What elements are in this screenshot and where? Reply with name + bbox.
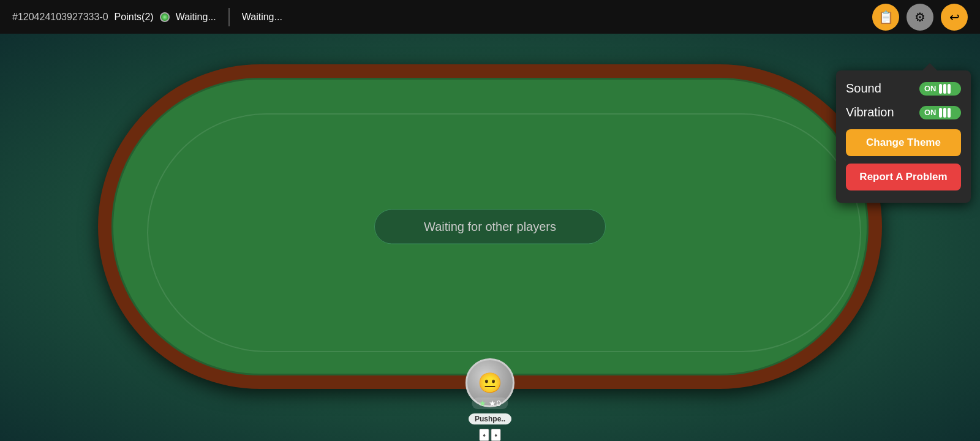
clipboard-button[interactable]: 📋 <box>872 4 899 31</box>
change-theme-button[interactable]: Change Theme <box>846 129 961 156</box>
header: #120424103927333-0 Points(2) Waiting... … <box>0 0 980 34</box>
header-separator <box>228 8 230 26</box>
header-left: #120424103927333-0 Points(2) Waiting... … <box>12 8 282 26</box>
sound-toggle-text: ON <box>924 84 937 93</box>
vibration-label: Vibration <box>846 105 894 119</box>
sound-row: Sound ON <box>846 81 961 96</box>
settings-icon: ⚙ <box>914 10 925 24</box>
chip-icon <box>160 12 170 22</box>
settings-button[interactable]: ⚙ <box>907 4 933 31</box>
toggle-dot-vib-1 <box>939 108 942 118</box>
player-cards: ♠ ♠ <box>480 429 501 441</box>
player-points: ★0 <box>489 399 500 408</box>
toggle-dot-vib-2 <box>943 108 946 118</box>
toggle-dots-sound <box>939 84 951 94</box>
vibration-row: Vibration ON <box>846 105 961 119</box>
player-points-badge: ★ ★0 <box>472 398 508 409</box>
panel-arrow <box>922 63 937 70</box>
table-felt: Waiting for other players <box>111 78 869 375</box>
header-right: 📋 ⚙ ↩ <box>872 4 968 31</box>
toggle-dots-vibration <box>939 108 951 118</box>
header-status: Waiting... <box>176 12 216 23</box>
toggle-dot-3 <box>948 84 951 94</box>
table-outer: Waiting for other players <box>98 64 882 389</box>
game-id: #120424103927333-0 <box>12 12 108 23</box>
settings-panel: Sound ON Vibration ON <box>836 70 971 203</box>
card-1: ♠ <box>480 429 489 441</box>
card-2: ♠ <box>491 429 501 441</box>
toggle-dot-2 <box>943 84 946 94</box>
sound-label: Sound <box>846 81 881 96</box>
report-problem-button[interactable]: Report A Problem <box>846 164 961 190</box>
vibration-toggle-text: ON <box>924 108 937 117</box>
back-button[interactable]: ↩ <box>941 4 968 31</box>
waiting-message: Waiting for other players <box>374 209 606 244</box>
back-icon: ↩ <box>949 10 960 24</box>
toggle-dot-1 <box>939 84 942 94</box>
game-area: Waiting for other players 😐 Pushpe.. ♠ ♠… <box>0 34 980 441</box>
poker-table: Waiting for other players 😐 Pushpe.. ♠ ♠ <box>98 64 882 389</box>
clipboard-icon: 📋 <box>878 10 894 24</box>
avatar-face: 😐 <box>478 373 502 393</box>
points-star: ★ <box>479 399 486 408</box>
points-label: Points(2) <box>115 12 154 23</box>
header-status-right: Waiting... <box>242 12 282 23</box>
avatar-info: Pushpe.. <box>469 413 511 424</box>
sound-toggle[interactable]: ON <box>919 82 961 96</box>
player-name: Pushpe.. <box>475 415 505 423</box>
toggle-dot-vib-3 <box>948 108 951 118</box>
vibration-toggle[interactable]: ON <box>919 106 961 119</box>
